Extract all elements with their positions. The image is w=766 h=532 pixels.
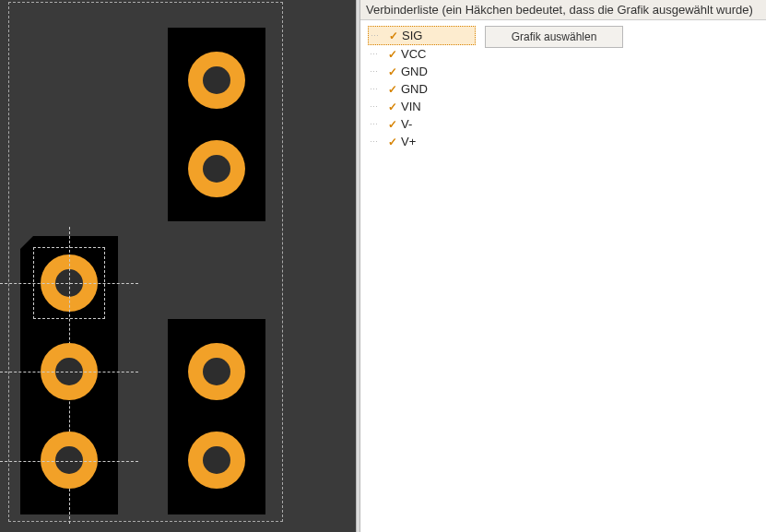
tree-branch-icon: ⋯ [371, 31, 385, 41]
connector-label: GND [401, 65, 428, 78]
panel-header: Verbinderliste (ein Häkchen bedeutet, da… [360, 0, 766, 20]
connector-item-sig[interactable]: ⋯✓SIG [368, 26, 476, 45]
connector-tree[interactable]: ⋯✓SIG⋯✓VCC⋯✓GND⋯✓GND⋯✓VIN⋯✓V-⋯✓V+ [360, 20, 476, 532]
tree-branch-icon: ⋯ [370, 85, 384, 94]
pad[interactable] [184, 428, 249, 492]
tree-branch-icon: ⋯ [370, 120, 384, 129]
pad[interactable] [184, 339, 249, 404]
connector-item-gnd[interactable]: ⋯✓GND [370, 63, 476, 80]
connector-label: V- [401, 117, 412, 131]
tree-branch-icon: ⋯ [370, 67, 384, 77]
check-icon: ✓ [389, 30, 398, 42]
connector-list-panel: Verbinderliste (ein Häkchen bedeutet, da… [360, 0, 766, 532]
connector-label: GND [401, 82, 428, 96]
corner-fold-icon [20, 236, 33, 249]
check-icon: ✓ [388, 100, 397, 113]
tree-branch-icon: ⋯ [370, 102, 384, 112]
pad-group-top[interactable] [168, 28, 265, 221]
check-icon: ✓ [388, 118, 397, 131]
connector-item-v[interactable]: ⋯✓V- [370, 115, 476, 133]
tree-branch-icon: ⋯ [370, 50, 384, 59]
connector-label: V+ [401, 135, 416, 148]
connector-item-v[interactable]: ⋯✓V+ [370, 133, 476, 150]
tree-branch-icon: ⋯ [370, 137, 384, 147]
pad[interactable] [37, 428, 101, 492]
pad[interactable] [184, 136, 249, 201]
check-icon: ✓ [388, 136, 397, 148]
pad-group-right[interactable] [168, 319, 265, 514]
pcb-canvas[interactable] [0, 0, 356, 532]
crosshair-h [0, 372, 138, 372]
pad-group-left[interactable] [20, 236, 118, 514]
check-icon: ✓ [388, 48, 397, 61]
connector-item-vin[interactable]: ⋯✓VIN [370, 98, 476, 115]
check-icon: ✓ [388, 65, 397, 78]
select-graphic-button[interactable]: Grafik auswählen [485, 26, 623, 48]
connector-label: SIG [402, 29, 422, 42]
connector-item-vcc[interactable]: ⋯✓VCC [370, 45, 476, 63]
connector-label: VIN [401, 100, 421, 113]
pad[interactable] [184, 48, 249, 112]
connector-label: VCC [401, 47, 426, 61]
connector-item-gnd[interactable]: ⋯✓GND [370, 80, 476, 98]
check-icon: ✓ [388, 83, 397, 96]
crosshair-h [0, 461, 138, 462]
